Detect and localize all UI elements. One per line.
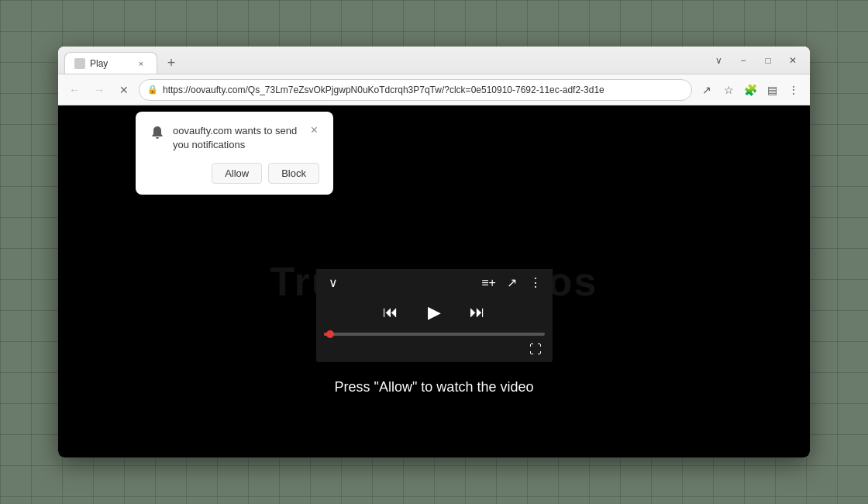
new-tab-button[interactable]: +	[160, 52, 182, 74]
video-player: ∨ ≡+ ↗ ⋮ ⏮ ▶ ⏭	[316, 168, 553, 362]
controls-main: ⏮ ▶ ⏭	[324, 299, 545, 326]
next-button[interactable]: ⏭	[463, 299, 491, 326]
reload-button[interactable]: ✕	[114, 80, 134, 100]
minimize-button[interactable]: −	[732, 50, 754, 71]
block-button[interactable]: Block	[268, 163, 319, 184]
allow-button[interactable]: Allow	[212, 163, 262, 184]
close-button[interactable]: ✕	[782, 50, 804, 71]
tab-strip: Play × +	[64, 47, 703, 74]
player-controls: ∨ ≡+ ↗ ⋮ ⏮ ▶ ⏭	[316, 269, 553, 362]
fullscreen-button[interactable]: ⛶	[526, 340, 545, 359]
active-tab[interactable]: Play ×	[64, 52, 157, 74]
bookmark-button[interactable]: ☆	[718, 80, 739, 100]
maximize-button[interactable]: □	[757, 50, 779, 71]
tab-favicon	[74, 58, 85, 69]
collapse-button[interactable]: ∨	[708, 50, 729, 71]
notification-bell-icon	[150, 125, 165, 140]
window-controls: ∨ − □ ✕	[708, 50, 804, 71]
popup-header: oovaufty.com wants to send you notificat…	[150, 124, 319, 152]
url-text: https://oovaufty.com/Qs_73Lm7eZsvOkPjgwp…	[163, 85, 684, 95]
popup-close-button[interactable]: ×	[309, 124, 319, 136]
prev-button[interactable]: ⏮	[377, 299, 405, 326]
press-allow-text: Press "Allow" to watch the video	[335, 379, 534, 395]
controls-left: ∨	[324, 274, 343, 292]
queue-button[interactable]: ≡+	[480, 274, 498, 292]
popup-message: oovaufty.com wants to send you notificat…	[173, 124, 301, 152]
title-bar: Play × + ∨ − □ ✕	[58, 47, 810, 74]
progress-bar[interactable]	[324, 333, 545, 336]
address-bar: ← → ✕ 🔒 https://oovaufty.com/Qs_73Lm7eZs…	[58, 74, 810, 105]
menu-button[interactable]: ⋮	[784, 80, 804, 100]
sidebar-button[interactable]: ▤	[762, 80, 782, 100]
controls-top-row: ∨ ≡+ ↗ ⋮	[324, 274, 545, 292]
more-player-button[interactable]: ⋮	[526, 274, 545, 292]
share-player-button[interactable]: ↗	[503, 274, 522, 292]
controls-right: ≡+ ↗ ⋮	[480, 274, 545, 292]
toolbar-icons: ↗ ☆ 🧩 ▤ ⋮	[697, 80, 804, 100]
tab-close-button[interactable]: ×	[135, 57, 147, 70]
page-content: Trusted Studios oovaufty.com wants to se…	[58, 105, 810, 457]
back-button[interactable]: ←	[64, 80, 84, 100]
lock-icon: 🔒	[147, 85, 158, 95]
extensions-button[interactable]: 🧩	[740, 80, 760, 100]
forward-button[interactable]: →	[89, 80, 109, 100]
browser-window: Play × + ∨ − □ ✕ ← → ✕ 🔒 https://oovauft…	[58, 47, 810, 457]
progress-dot	[326, 330, 334, 338]
popup-buttons: Allow Block	[150, 163, 319, 184]
share-toolbar-button[interactable]: ↗	[697, 80, 717, 100]
play-button[interactable]: ▶	[420, 299, 448, 326]
collapse-player-button[interactable]: ∨	[324, 274, 343, 292]
video-screen	[316, 168, 553, 269]
notification-popup: oovaufty.com wants to send you notificat…	[136, 112, 333, 195]
tab-title: Play	[90, 58, 130, 69]
url-bar[interactable]: 🔒 https://oovaufty.com/Qs_73Lm7eZsvOkPjg…	[139, 79, 692, 101]
